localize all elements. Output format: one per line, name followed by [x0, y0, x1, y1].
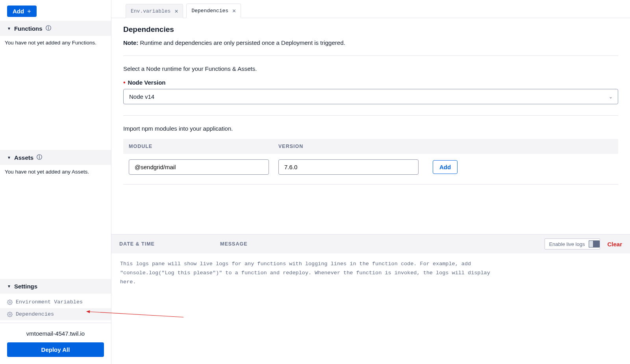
settings-item-label: Dependencies [16, 311, 54, 317]
tab-env-variables[interactable]: Env.variables ✕ [126, 4, 183, 18]
node-version-select[interactable]: Node v14 [123, 89, 618, 104]
add-dependency-button[interactable]: Add [433, 160, 458, 174]
note-text: Runtime and dependencies are only persis… [140, 39, 345, 46]
service-domain: vmtoemail-4547.twil.io [7, 330, 104, 337]
divider [123, 115, 618, 116]
node-version-label: • Node Version [123, 79, 618, 86]
deploy-all-button[interactable]: Deploy All [7, 342, 104, 357]
enable-live-label: Enable live logs [549, 241, 585, 247]
svg-point-1 [9, 314, 11, 315]
settings-item-env-vars[interactable]: Environment Variables [0, 296, 111, 308]
close-icon[interactable]: ✕ [174, 7, 178, 15]
settings-title: Settings [14, 283, 37, 290]
settings-item-label: Environment Variables [16, 299, 83, 305]
gear-icon [7, 299, 13, 305]
add-dependency-row: Add [123, 159, 618, 185]
note-label: Note: [123, 39, 138, 46]
functions-section-header[interactable]: ▼ Functions ⓘ [0, 21, 111, 36]
info-icon[interactable]: ⓘ [37, 154, 42, 161]
page-title: Dependencies [123, 25, 618, 34]
settings-list: Environment Variables Dependencies [0, 294, 111, 323]
clear-logs-button[interactable]: Clear [607, 241, 622, 248]
chevron-down-icon: ▼ [7, 26, 11, 31]
settings-section-header[interactable]: ▼ Settings [0, 279, 111, 294]
note-line: Note: Runtime and dependencies are only … [123, 39, 618, 46]
plus-icon: + [27, 8, 31, 15]
logs-message-header: MESSAGE [220, 241, 545, 247]
add-button[interactable]: Add + [7, 6, 37, 17]
tabs-row: Env.variables ✕ Dependencies ✕ [111, 0, 630, 18]
main-panel: Env.variables ✕ Dependencies ✕ Dependenc… [111, 0, 630, 364]
gear-icon [7, 312, 13, 317]
add-button-label: Add [13, 8, 24, 15]
module-column-header: MODULE [129, 144, 278, 149]
logs-header: DATE & TIME MESSAGE Enable live logs Cle… [111, 235, 630, 253]
settings-item-dependencies[interactable]: Dependencies [0, 308, 111, 320]
divider [123, 55, 618, 56]
functions-title: Functions [14, 25, 43, 32]
version-input[interactable] [278, 159, 419, 175]
sidebar: Add + ▼ Functions ⓘ You have not yet add… [0, 0, 111, 364]
enable-live-logs-toggle[interactable]: Enable live logs [545, 238, 600, 249]
dependencies-content: Dependencies Note: Runtime and dependenc… [111, 18, 630, 234]
tab-label: Dependencies [191, 8, 228, 14]
assets-empty-text: You have not yet added any Assets. [0, 165, 111, 179]
logs-date-header: DATE & TIME [119, 241, 220, 247]
toggle-icon [589, 240, 600, 248]
svg-point-0 [9, 301, 11, 303]
logs-body: This logs pane will show live logs for a… [111, 253, 509, 293]
import-helper: Import npm modules into your application… [123, 125, 618, 132]
runtime-helper: Select a Node runtime for your Functions… [123, 65, 618, 72]
chevron-down-icon: ▼ [7, 284, 11, 288]
assets-section-header[interactable]: ▼ Assets ⓘ [0, 150, 111, 165]
info-icon[interactable]: ⓘ [46, 25, 51, 32]
assets-title: Assets [14, 154, 33, 161]
close-icon[interactable]: ✕ [232, 7, 236, 15]
functions-empty-text: You have not yet added any Functions. [0, 36, 111, 50]
chevron-down-icon: ▼ [7, 155, 11, 160]
dependencies-table-header: MODULE VERSION [123, 139, 618, 154]
version-column-header: VERSION [278, 144, 420, 149]
module-input[interactable] [129, 159, 269, 175]
tab-dependencies[interactable]: Dependencies ✕ [186, 4, 241, 18]
tab-label: Env.variables [131, 8, 170, 14]
logs-pane: DATE & TIME MESSAGE Enable live logs Cle… [111, 234, 630, 364]
